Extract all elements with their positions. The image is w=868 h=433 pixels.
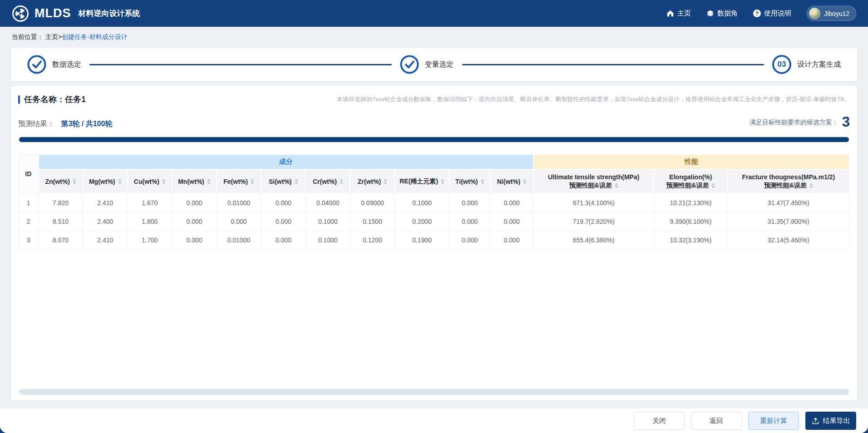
sort-icon[interactable] (207, 179, 211, 184)
column-header-label: Fe(wt%) (223, 178, 248, 185)
nav-item-label: 主页 (677, 9, 691, 18)
composition-cell: 0.000 (449, 193, 490, 212)
composition-cell: 0.000 (449, 231, 490, 249)
column-header[interactable]: Zn(wt%) (39, 169, 83, 193)
help-icon: ? (753, 10, 761, 17)
table-row: 38.0702.4101.7000.0000.010000.0000.10000… (19, 231, 850, 249)
composition-cell: 0.1000 (306, 212, 350, 231)
nav-item-help[interactable]: ? 使用说明 (753, 9, 791, 18)
column-header-label: Zr(wt%) (358, 178, 381, 185)
step-data-selection: 数据选定 (27, 55, 81, 74)
table-row: 28.5102.4001.8000.0000.0000.0000.10000.1… (19, 212, 850, 231)
sort-icon[interactable] (73, 179, 76, 184)
column-header[interactable]: Fe(wt%) (217, 169, 261, 193)
step-number-badge: 03 (772, 55, 791, 74)
app-window: MLDS 材料逆向设计系统 主页 数据角 (0, 0, 868, 433)
composition-cell: 0.000 (172, 231, 217, 249)
column-header[interactable]: Mn(wt%) (172, 169, 217, 193)
composition-cell: 0.09000 (350, 193, 395, 212)
brand: MLDS 材料逆向设计系统 (12, 5, 140, 22)
column-header[interactable]: Cu(wt%) (128, 169, 172, 193)
composition-cell: 0.000 (172, 193, 217, 212)
composition-cell: 8.510 (39, 212, 83, 231)
close-button[interactable]: 关闭 (634, 412, 685, 430)
nav-item-label: 使用说明 (764, 9, 791, 18)
sort-icon[interactable] (441, 179, 444, 184)
task-name: 任务名称：任务1 (18, 94, 86, 105)
row-id-cell: 2 (19, 212, 39, 231)
recalculate-button[interactable]: 重新计算 (748, 412, 799, 430)
composition-cell: 0.1200 (350, 231, 395, 249)
column-header[interactable]: Zr(wt%) (350, 169, 395, 193)
column-header-label: Elongation(%) (654, 173, 727, 181)
sort-icon[interactable] (162, 179, 166, 184)
sort-icon[interactable] (384, 179, 387, 184)
candidate-label: 满足目标性能要求的候选方案： (750, 118, 838, 129)
result-label: 预测结果： (18, 120, 54, 128)
composition-cell: 0.01000 (217, 193, 261, 212)
logo-icon (12, 5, 29, 22)
id-column-header: ID (19, 154, 39, 193)
nav-item-data[interactable]: 数据角 (706, 9, 738, 18)
sort-icon[interactable] (295, 179, 298, 184)
performance-cell: 9.390(6.100%) (654, 212, 727, 231)
column-header[interactable]: RE(稀土元素) (395, 169, 449, 193)
breadcrumb-current[interactable]: 创建任务-材料成分设计 (62, 33, 128, 41)
row-id-cell: 3 (19, 231, 39, 249)
column-header[interactable]: Ultimate tensile strength(MPa)预测性能&误差 (533, 169, 654, 193)
sort-icon[interactable] (523, 179, 527, 184)
composition-cell: 0.000 (490, 212, 533, 231)
sort-icon[interactable] (615, 183, 618, 188)
back-button[interactable]: 返回 (691, 412, 742, 430)
step-design-generation: 03 设计方案生成 (772, 55, 841, 74)
sort-icon[interactable] (481, 179, 484, 184)
breadcrumb: 当前位置： 主页>创建任务-材料成分设计 (0, 27, 868, 48)
user-menu[interactable]: Jiboyu12 (807, 6, 856, 21)
round-info: 第3轮 / 共100轮 (61, 120, 112, 128)
step-label: 设计方案生成 (797, 60, 841, 69)
logo-text: MLDS (35, 6, 71, 20)
step-variable-selection: 变量选定 (400, 55, 454, 74)
nav-item-home[interactable]: 主页 (666, 9, 691, 18)
column-subheader-label: 预测性能&误差 (666, 182, 709, 190)
prediction-result: 预测结果： 第3轮 / 共100轮 (18, 119, 112, 129)
footer-actions: 关闭 返回 重新计算 结果导出 (0, 408, 868, 433)
steps-card: 数据选定 变量选定 03 设计方案生成 (11, 48, 857, 81)
column-header[interactable]: Si(wt%) (261, 169, 306, 193)
check-circle-icon (27, 55, 46, 74)
column-header[interactable]: Ti(wt%) (449, 169, 490, 193)
column-header-label: Si(wt%) (269, 178, 292, 185)
performance-cell: 10.21(2.130%) (654, 193, 727, 212)
task-header: 任务名称：任务1 本项目选择的7xxx铝合金成分数据集，数据说明如下：面向抗拉强… (18, 94, 850, 105)
sort-icon[interactable] (118, 179, 122, 184)
sort-icon[interactable] (809, 183, 813, 188)
performance-cell: 32.14(5.460%) (728, 231, 849, 249)
composition-cell: 0.000 (172, 212, 217, 231)
composition-cell: 0.2000 (395, 212, 449, 231)
sort-icon[interactable] (251, 179, 254, 184)
column-header[interactable]: Mg(wt%) (83, 169, 128, 193)
export-button[interactable]: 结果导出 (805, 412, 856, 430)
layers-icon (706, 10, 714, 17)
sort-icon[interactable] (340, 179, 343, 184)
composition-cell: 0.1500 (350, 212, 395, 231)
sort-icon[interactable] (711, 183, 715, 188)
composition-cell: 0.000 (261, 231, 306, 249)
column-header[interactable]: Fracture thougness(MPa.m1/2)预测性能&误差 (728, 169, 849, 193)
column-header-label: Cu(wt%) (134, 178, 159, 185)
candidate-count: 3 (842, 115, 850, 129)
column-header-label: Ni(wt%) (497, 178, 520, 185)
dataset-description: 本项目选择的7xxx铝合金成分数据集，数据说明如下：面向抗拉强度、断后伸长率、断… (99, 95, 850, 103)
column-header[interactable]: Ni(wt%) (490, 169, 533, 193)
composition-cell: 1.670 (128, 193, 172, 212)
column-header[interactable]: Elongation(%)预测性能&误差 (654, 169, 727, 193)
horizontal-scrollbar[interactable] (19, 389, 849, 395)
table-row: 17.8202.4101.6700.0000.010000.0000.04000… (19, 193, 850, 212)
check-circle-icon (400, 55, 419, 74)
column-header[interactable]: Cr(wt%) (306, 169, 350, 193)
composition-cell: 1.700 (128, 231, 172, 249)
column-header-label: Mn(wt%) (178, 178, 204, 185)
empty-area (18, 250, 850, 389)
breadcrumb-home[interactable]: 主页> (45, 33, 62, 41)
composition-cell: 0.04000 (306, 193, 350, 212)
